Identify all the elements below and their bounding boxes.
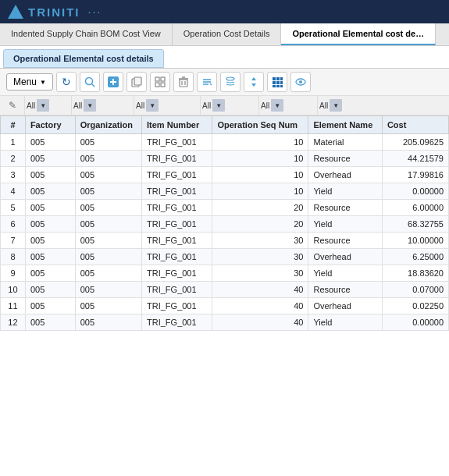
table-row[interactable]: 12 005 005 TRI_FG_001 40 Yield 0.00000 — [1, 314, 449, 331]
table-row[interactable]: 6 005 005 TRI_FG_001 20 Yield 68.32755 — [1, 216, 449, 233]
header-dots: ··· — [88, 5, 102, 18]
svg-rect-31 — [280, 85, 283, 87]
cell-opseq: 20 — [212, 216, 308, 233]
cell-factory: 005 — [25, 314, 75, 331]
view-button[interactable] — [290, 72, 311, 92]
menu-button[interactable]: Menu ▼ — [6, 73, 53, 91]
table-row[interactable]: 4 005 005 TRI_FG_001 10 Yield 0.00000 — [1, 183, 449, 200]
data-table: # Factory Organization Item Number Opera… — [0, 115, 449, 331]
filter-org-label: All — [73, 101, 82, 110]
cell-cost: 0.00000 — [382, 183, 448, 200]
cell-element: Resource — [308, 282, 382, 298]
cell-num: 2 — [1, 151, 26, 167]
filter-row: ✎ All ▼ All ▼ All ▼ All ▼ All ▼ All ▼ — [0, 96, 449, 115]
cell-org: 005 — [75, 151, 141, 167]
cell-org: 005 — [75, 249, 141, 265]
grid-button[interactable] — [267, 72, 287, 92]
col-header-opseq: Operation Seq Num — [212, 116, 308, 134]
table-row[interactable]: 2 005 005 TRI_FG_001 10 Resource 44.2157… — [1, 151, 449, 167]
add-button[interactable] — [103, 72, 123, 92]
sub-tab-elemental[interactable]: Operational Elemental cost details — [3, 49, 164, 68]
delete-icon — [178, 76, 189, 87]
add-icon — [108, 76, 119, 87]
filter-item: All ▼ — [134, 96, 201, 115]
table-row[interactable]: 10 005 005 TRI_FG_001 40 Resource 0.0700… — [1, 282, 449, 298]
table-row[interactable]: 9 005 005 TRI_FG_001 30 Yield 18.83620 — [1, 265, 449, 282]
sort-button[interactable] — [244, 72, 264, 92]
cell-cost: 0.02250 — [382, 298, 448, 314]
refresh-button[interactable]: ↻ — [56, 72, 77, 92]
edit-lines-button[interactable] — [197, 72, 217, 92]
cell-num: 5 — [1, 200, 26, 216]
svg-marker-22 — [251, 83, 256, 87]
cell-opseq: 20 — [212, 200, 308, 216]
table-row[interactable]: 5 005 005 TRI_FG_001 20 Resource 6.00000 — [1, 200, 449, 216]
cell-org: 005 — [75, 216, 141, 233]
cell-element: Yield — [308, 265, 382, 282]
layers-button[interactable] — [220, 72, 241, 92]
filter-edit-icon[interactable]: ✎ — [0, 96, 25, 115]
cell-num: 11 — [1, 298, 26, 314]
cell-num: 4 — [1, 183, 26, 200]
tab-elemental[interactable]: Operational Elemental cost de… — [281, 23, 436, 45]
filter-cost-dropdown[interactable]: ▼ — [330, 99, 342, 112]
expand-button[interactable] — [150, 72, 170, 92]
menu-label: Menu — [13, 76, 37, 87]
cell-item: TRI_FG_001 — [142, 151, 212, 167]
cell-opseq: 40 — [212, 282, 308, 298]
svg-rect-23 — [273, 77, 276, 80]
table-row[interactable]: 7 005 005 TRI_FG_001 30 Resource 10.0000… — [1, 233, 449, 249]
app-header: TRINITI ··· — [0, 0, 449, 23]
cell-item: TRI_FG_001 — [142, 265, 212, 282]
cell-item: TRI_FG_001 — [142, 249, 212, 265]
cell-element: Overhead — [308, 298, 382, 314]
svg-line-19 — [210, 83, 212, 85]
filter-factory-dropdown[interactable]: ▼ — [37, 99, 49, 112]
svg-line-1 — [91, 84, 94, 87]
cell-num: 6 — [1, 216, 26, 233]
cell-num: 7 — [1, 233, 26, 249]
search-button[interactable] — [80, 72, 100, 92]
cell-item: TRI_FG_001 — [142, 167, 212, 183]
cell-cost: 17.99816 — [382, 167, 448, 183]
cell-element: Resource — [308, 151, 382, 167]
cell-cost: 0.00000 — [382, 314, 448, 331]
layers-icon — [225, 76, 236, 87]
tab-bom[interactable]: Indented Supply Chain BOM Cost View — [0, 23, 173, 45]
svg-rect-25 — [280, 77, 283, 80]
table-row[interactable]: 1 005 005 TRI_FG_001 10 Material 205.096… — [1, 134, 449, 151]
svg-rect-6 — [134, 77, 141, 85]
table-row[interactable]: 8 005 005 TRI_FG_001 30 Overhead 6.25000 — [1, 249, 449, 265]
cell-num: 1 — [1, 134, 26, 151]
cell-item: TRI_FG_001 — [142, 200, 212, 216]
delete-button[interactable] — [173, 72, 194, 92]
table-row[interactable]: 11 005 005 TRI_FG_001 40 Overhead 0.0225… — [1, 298, 449, 314]
cell-opseq: 10 — [212, 167, 308, 183]
cell-factory: 005 — [25, 233, 75, 249]
svg-rect-24 — [276, 77, 280, 80]
logo-text: TRINITI — [28, 5, 80, 19]
svg-point-0 — [85, 78, 92, 85]
svg-rect-28 — [280, 81, 283, 84]
expand-icon — [155, 76, 166, 87]
table-row[interactable]: 3 005 005 TRI_FG_001 10 Overhead 17.9981… — [1, 167, 449, 183]
cell-factory: 005 — [25, 298, 75, 314]
filter-element-dropdown[interactable]: ▼ — [271, 99, 283, 112]
cell-factory: 005 — [25, 134, 75, 151]
copy-button[interactable] — [127, 72, 147, 92]
cell-org: 005 — [75, 183, 141, 200]
filter-item-label: All — [136, 101, 144, 110]
svg-point-33 — [299, 80, 302, 83]
filter-factory-label: All — [27, 101, 35, 110]
cell-factory: 005 — [25, 216, 75, 233]
filter-item-dropdown[interactable]: ▼ — [146, 99, 159, 112]
cell-factory: 005 — [25, 200, 75, 216]
tab-op-details[interactable]: Operation Cost Details — [173, 23, 282, 45]
filter-opseq-dropdown[interactable]: ▼ — [212, 99, 225, 112]
cell-factory: 005 — [25, 151, 75, 167]
cell-item: TRI_FG_001 — [142, 282, 212, 298]
cell-factory: 005 — [25, 282, 75, 298]
filter-org-dropdown[interactable]: ▼ — [84, 99, 96, 112]
search-icon — [84, 76, 95, 87]
svg-rect-27 — [276, 81, 280, 84]
